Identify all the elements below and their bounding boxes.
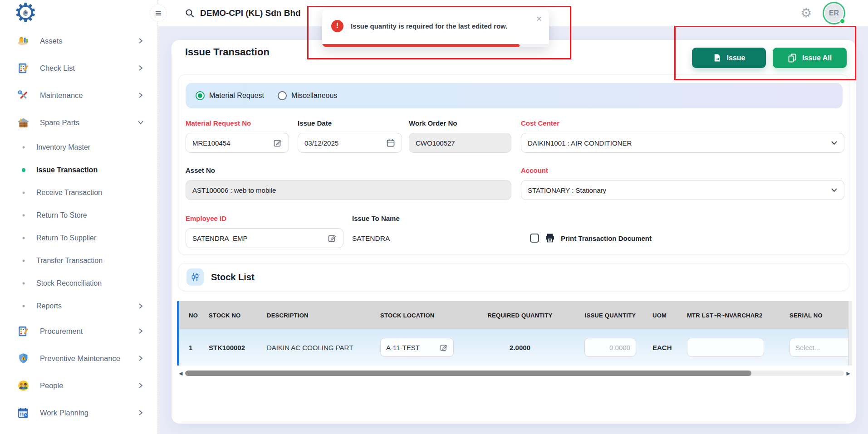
stock-location-field[interactable]: A-11-TEST: [380, 338, 454, 357]
online-status-dot: [839, 18, 845, 24]
sidebar-item-spare-parts[interactable]: Spare Parts: [0, 109, 157, 136]
close-icon[interactable]: ×: [536, 14, 542, 23]
sidebar-item-issue-transaction[interactable]: Issue Transaction: [0, 159, 157, 181]
bullet-icon: [23, 215, 25, 217]
sidebar-item-label: Stock Reconciliation: [36, 279, 144, 288]
calendar-icon[interactable]: [385, 138, 395, 147]
company-name[interactable]: DEMO-CPI (KL) Sdn Bhd: [200, 8, 301, 18]
sidebar-toggle-button[interactable]: ≡: [150, 5, 167, 22]
search-icon[interactable]: [185, 8, 195, 18]
radio-selected-icon: [196, 91, 205, 100]
sidebar-item-label: Return To Store: [36, 211, 144, 219]
col-required-quantity: REQUIRED QUANTITY: [472, 312, 568, 319]
sidebar-item-return-to-supplier[interactable]: Return To Supplier: [0, 227, 157, 249]
cost-center-label: Cost Center: [521, 119, 559, 127]
sidebar-item-receive-transaction[interactable]: Receive Transaction: [0, 181, 157, 204]
chevron-right-icon: [137, 65, 144, 71]
scrollbar-thumb[interactable]: [185, 371, 751, 376]
chevron-right-icon: [137, 410, 144, 416]
preventive-maintenance-icon: [16, 351, 30, 365]
employee-id-field[interactable]: SATENDRA_EMP: [186, 228, 343, 248]
sidebar-item-maintenance[interactable]: Maintenance: [0, 82, 157, 109]
spare-parts-icon: [16, 116, 30, 129]
sidebar-item-return-to-store[interactable]: Return To Store: [0, 204, 157, 227]
user-avatar[interactable]: ER: [823, 2, 845, 24]
print-checkbox[interactable]: [530, 234, 539, 243]
sidebar-item-label: Spare Parts: [40, 118, 137, 127]
scroll-left-icon[interactable]: ◀: [179, 371, 182, 376]
sidebar-item-inventory-master[interactable]: Inventory Master: [0, 136, 157, 159]
printer-icon: [544, 233, 555, 244]
radio-label: Material Request: [209, 92, 264, 100]
sidebar-item-label: Transfer Transaction: [36, 257, 144, 265]
chevron-down-icon: [828, 141, 838, 145]
serial-no-select[interactable]: [795, 344, 852, 351]
sidebar-item-check-list[interactable]: Check List: [0, 54, 157, 82]
print-transaction-option[interactable]: Print Transaction Document: [530, 233, 652, 244]
sidebar-item-stock-reconciliation[interactable]: Stock Reconciliation: [0, 272, 157, 295]
sidebar: ⚙ e Assets Check List Maintenance: [0, 0, 158, 434]
issue-date-field[interactable]: 03/12/2025: [298, 133, 402, 153]
issue-all-button[interactable]: Issue All: [773, 48, 847, 68]
mtr-lst-input[interactable]: [693, 344, 758, 351]
issue-quantity-input-wrap: [584, 338, 636, 357]
sidebar-item-work-planning[interactable]: Work Planning: [0, 399, 157, 426]
cell-serial-no: [790, 338, 852, 357]
work-order-no-field: CWO100527: [409, 133, 511, 153]
edit-icon[interactable]: [272, 138, 282, 147]
scrollbar-track[interactable]: [185, 371, 843, 376]
col-no: NO: [177, 312, 209, 319]
sidebar-item-label: Check List: [40, 64, 137, 73]
toast-progress-track: [322, 44, 549, 47]
radio-material-request[interactable]: Material Request: [196, 91, 264, 100]
asset-no-label: Asset No: [186, 166, 215, 174]
cell-issue-quantity: [568, 338, 652, 357]
material-request-no-value: MRE100454: [192, 139, 272, 147]
asset-no-field: AST100006 : web to mobile: [186, 180, 511, 200]
table-header-row: NO STOCK NO DESCRIPTION STOCK LOCATION R…: [177, 301, 852, 329]
people-icon: [16, 379, 30, 392]
scroll-right-icon[interactable]: ▶: [847, 371, 850, 376]
edit-icon[interactable]: [440, 343, 448, 351]
radio-unselected-icon: [278, 91, 287, 100]
table-vertical-scrollbar[interactable]: [848, 301, 852, 366]
issue-button[interactable]: Issue: [692, 48, 766, 68]
issue-doc-icon: [713, 54, 721, 62]
work-order-no-label: Work Order No: [409, 119, 457, 127]
issue-quantity-input[interactable]: [590, 344, 630, 351]
sidebar-item-label: Issue Transaction: [36, 166, 144, 174]
sidebar-item-people[interactable]: People: [0, 372, 157, 399]
sidebar-item-assets[interactable]: Assets: [0, 27, 157, 54]
issue-date-value: 03/12/2025: [304, 139, 385, 147]
sidebar-item-label: Receive Transaction: [36, 189, 144, 197]
cell-no: 1: [177, 344, 209, 351]
sidebar-item-transfer-transaction[interactable]: Transfer Transaction: [0, 249, 157, 272]
cost-center-select[interactable]: DAIKIN1001 : AIR CONDITIONER: [521, 133, 844, 153]
bullet-icon: [23, 237, 25, 239]
settings-gear-icon[interactable]: ⚙: [800, 7, 812, 20]
account-select[interactable]: STATIONARY : Stationary: [521, 180, 844, 200]
radio-label: Miscellaneous: [291, 92, 337, 100]
sidebar-item-procurement[interactable]: Procurement: [0, 317, 157, 345]
copy-pages-icon: [788, 54, 797, 63]
edit-icon[interactable]: [327, 234, 337, 243]
app-logo[interactable]: ⚙ e: [12, 0, 39, 27]
chevron-right-icon: [137, 355, 144, 361]
sidebar-item-preventive-maintenance[interactable]: Preventive Maintenance: [0, 345, 157, 372]
sidebar-item-partial[interactable]: [0, 426, 157, 434]
cell-description: DAIKIN AC COOLING PART: [267, 344, 380, 351]
work-planning-icon: [16, 406, 30, 419]
issue-date-label: Issue Date: [298, 119, 332, 127]
cell-mtr-lst: [687, 338, 790, 357]
chevron-down-icon: [828, 188, 838, 192]
sidebar-item-reports[interactable]: Reports: [0, 295, 157, 317]
material-request-no-field[interactable]: MRE100454: [186, 133, 289, 153]
assets-icon: [16, 34, 30, 48]
table-row: 1 STK100002 DAIKIN AC COOLING PART A-11-…: [177, 329, 852, 366]
employee-id-label: Employee ID: [186, 215, 226, 222]
material-request-no-label: Material Request No: [186, 119, 251, 127]
radio-miscellaneous[interactable]: Miscellaneous: [278, 91, 337, 100]
sidebar-item-label: People: [40, 381, 137, 390]
col-uom: UOM: [652, 312, 687, 319]
chevron-right-icon: [137, 92, 144, 98]
